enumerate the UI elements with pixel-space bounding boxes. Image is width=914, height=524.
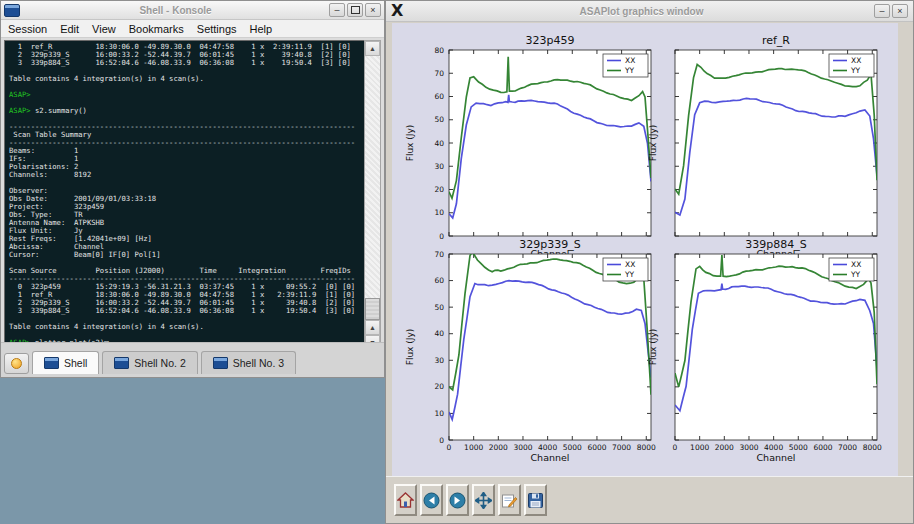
tab-shell-no-2[interactable]: Shell No. 2	[102, 351, 197, 374]
terminal-output[interactable]: 1 ref_R 18:30:06.0 -49.89.30.0 04:47:58 …	[4, 40, 364, 351]
figure-canvas[interactable]: Channel01020304050607080Flux (Jy)323p459…	[392, 23, 898, 478]
x-axis-label: Channel	[756, 452, 795, 463]
legend-label: XX	[851, 56, 861, 65]
y-tick-label: 20	[434, 382, 444, 391]
tab-label: Shell No. 3	[233, 357, 284, 369]
y-tick-label: 0	[439, 232, 444, 241]
pan-button[interactable]	[472, 484, 495, 516]
terminal-scrollbar[interactable]: ▲ ▲ ▼	[364, 40, 381, 351]
new-session-button[interactable]	[4, 353, 29, 374]
shell-icon	[213, 357, 228, 369]
save-floppy-icon	[527, 492, 544, 509]
x-tick-label: 7000	[838, 443, 857, 452]
terminal-line: 3 339p884_S 16:52:04.6 -46.08.33.9 06:36…	[9, 59, 364, 67]
subplot-329p339-s: Channel010002000300040005000600070008000…	[405, 238, 656, 463]
back-arrow-icon	[423, 492, 440, 509]
pan-move-icon	[475, 492, 492, 509]
legend-label: XX	[851, 260, 861, 269]
x-tick-label: 2000	[715, 443, 734, 452]
tab-shell[interactable]: Shell	[32, 351, 99, 374]
asaplot-window: X ASAPlot graphics window – × Channel010…	[385, 0, 914, 524]
terminal-line: ASAP>	[9, 91, 364, 99]
menu-settings[interactable]: Settings	[197, 23, 237, 35]
menu-help[interactable]: Help	[250, 23, 273, 35]
y-tick-label: 50	[434, 115, 444, 124]
close-icon[interactable]: ×	[892, 4, 908, 18]
terminal-wrap: 1 ref_R 18:30:06.0 -49.89.30.0 04:47:58 …	[4, 40, 381, 351]
y-tick-label: 60	[434, 92, 444, 101]
x-tick-label: 3000	[513, 443, 532, 452]
terminal-line	[9, 179, 364, 187]
y-tick-label: 20	[434, 185, 444, 194]
legend-label: YY	[624, 270, 635, 279]
y-axis-label: Flux (Jy)	[648, 329, 658, 366]
terminal-line: Channels: 8192	[9, 171, 364, 179]
asaplot-titlebar[interactable]: X ASAPlot graphics window – ×	[386, 1, 913, 22]
x-tick-label: 6000	[587, 443, 606, 452]
legend-label: XX	[625, 260, 635, 269]
menu-view[interactable]: View	[92, 23, 116, 35]
legend: XXYY	[603, 54, 648, 77]
konsole-window: Shell - Konsole – × SessionEditViewBookm…	[0, 0, 385, 378]
menu-bookmarks[interactable]: Bookmarks	[129, 23, 184, 35]
konsole-titlebar[interactable]: Shell - Konsole – ×	[1, 1, 384, 20]
plot-title: 339p884_S	[745, 238, 806, 251]
maximize-icon[interactable]	[347, 3, 363, 17]
y-tick-label: 10	[434, 208, 444, 217]
legend-label: XX	[625, 56, 635, 65]
terminal-line	[9, 83, 364, 91]
y-tick-label: 70	[434, 250, 444, 259]
y-axis-label: Flux (Jy)	[405, 125, 415, 162]
plot-title: ref_R	[762, 34, 790, 47]
x-tick-label: 1000	[690, 443, 709, 452]
tab-shell-no-3[interactable]: Shell No. 3	[201, 351, 296, 374]
desktop: Shell - Konsole – × SessionEditViewBookm…	[0, 0, 914, 524]
maximize-box-icon	[351, 6, 360, 14]
x-tick-label: 1000	[464, 443, 483, 452]
x-tick-label: 2000	[489, 443, 508, 452]
legend: XXYY	[829, 258, 874, 281]
x-tick-label: 3000	[739, 443, 758, 452]
shell-icon	[114, 357, 129, 369]
back-button[interactable]	[420, 484, 443, 516]
subplot-ref-r: ChannelFlux (Jy)ref_RXXYY	[648, 34, 877, 259]
subplots-config-button[interactable]	[498, 484, 521, 516]
menu-session[interactable]: Session	[8, 23, 47, 35]
minimize-icon[interactable]: –	[329, 3, 345, 17]
y-tick-label: 30	[434, 162, 444, 171]
konsole-menubar: SessionEditViewBookmarksSettingsHelp	[1, 20, 384, 38]
subplots-edit-icon	[501, 492, 518, 509]
legend: XXYY	[603, 258, 648, 281]
x-tick-label: 4000	[538, 443, 557, 452]
y-tick-label: 10	[434, 409, 444, 418]
y-tick-label: 80	[434, 46, 444, 55]
menu-edit[interactable]: Edit	[60, 23, 79, 35]
plot-title: 323p459	[526, 34, 575, 47]
scroll-up-icon-bottom[interactable]: ▲	[365, 320, 380, 335]
y-tick-label: 40	[434, 139, 444, 148]
y-tick-label: 0	[439, 436, 444, 445]
x-tick-label: 7000	[612, 443, 631, 452]
legend-label: YY	[850, 270, 861, 279]
save-button[interactable]	[524, 484, 547, 516]
x-tick-label: 5000	[563, 443, 582, 452]
terminal-line: Cursor: Beam[0] IF[0] Pol[1]	[9, 251, 364, 259]
close-icon[interactable]: ×	[365, 3, 381, 17]
x-tick-label: 8000	[637, 443, 656, 452]
forward-button[interactable]	[446, 484, 469, 516]
legend: XXYY	[829, 54, 874, 77]
x-tick-label: 0	[673, 443, 678, 452]
scrollbar-thumb[interactable]	[365, 298, 380, 320]
terminal-line: Table contains 4 integration(s) in 4 sca…	[9, 323, 364, 331]
konsole-app-icon	[4, 4, 20, 17]
home-button[interactable]	[394, 484, 417, 516]
tab-label: Shell No. 2	[134, 357, 185, 369]
x-axis-label: Channel	[530, 452, 569, 463]
plot-title: 329p339_S	[519, 238, 580, 251]
y-tick-label: 40	[434, 329, 444, 338]
scrollbar-track[interactable]	[365, 56, 380, 320]
scroll-up-icon[interactable]: ▲	[365, 41, 380, 56]
tab-label: Shell	[64, 357, 87, 369]
minimize-icon[interactable]: –	[874, 4, 890, 18]
terminal-line: 3 339p884_S 16:52:04.6 -46.08.33.9 06:36…	[9, 307, 364, 315]
